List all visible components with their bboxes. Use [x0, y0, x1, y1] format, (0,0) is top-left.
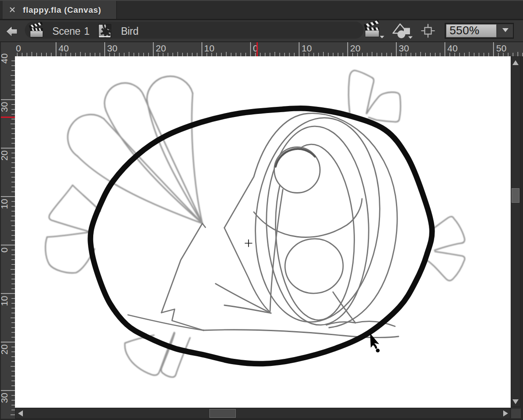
svg-text:30: 30 [107, 43, 117, 53]
svg-text:10: 10 [0, 296, 9, 306]
svg-text:20: 20 [0, 150, 9, 161]
svg-text:50: 50 [496, 43, 506, 53]
svg-text:40: 40 [59, 43, 69, 53]
svg-text:10: 10 [302, 43, 312, 53]
svg-text:10: 10 [0, 199, 9, 209]
svg-text:30: 30 [0, 102, 9, 112]
svg-text:30: 30 [399, 43, 409, 53]
svg-text:20: 20 [156, 43, 166, 53]
svg-text:20: 20 [350, 43, 360, 53]
svg-text:40: 40 [0, 53, 9, 63]
svg-text:0: 0 [0, 248, 9, 253]
svg-text:40: 40 [447, 43, 457, 53]
svg-text:10: 10 [204, 43, 214, 53]
svg-text:20: 20 [0, 344, 9, 354]
svg-text:0: 0 [16, 43, 21, 53]
svg-text:30: 30 [0, 393, 9, 403]
